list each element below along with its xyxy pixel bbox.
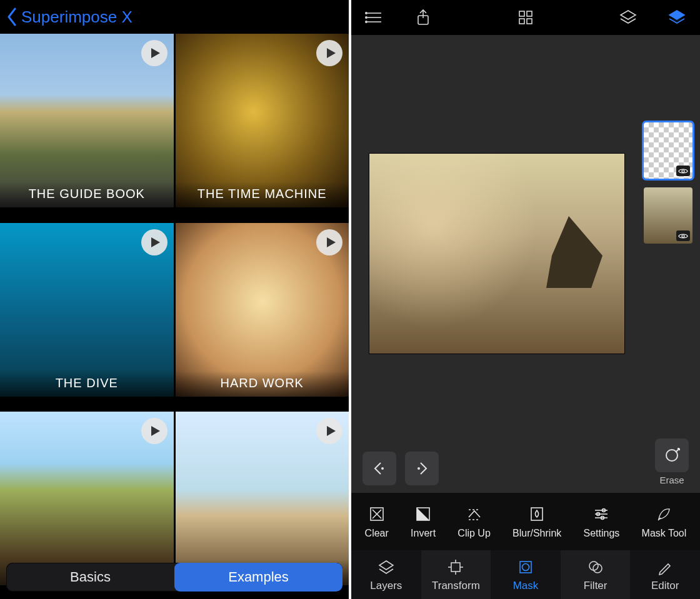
editor-panel: Erase Clear Invert Clip Up Blur/Shrink S… xyxy=(351,0,700,599)
tool-blurshrink[interactable]: Blur/Shrink xyxy=(512,505,561,539)
layers-active-icon[interactable] xyxy=(666,7,688,28)
example-title: THE GUIDE BOOK xyxy=(0,182,174,207)
tool-clipup[interactable]: Clip Up xyxy=(458,505,490,539)
tool-settings[interactable]: Settings xyxy=(584,505,620,539)
svg-marker-2 xyxy=(151,237,160,247)
play-icon[interactable] xyxy=(141,418,168,444)
play-icon[interactable] xyxy=(316,40,342,66)
seg-control: Basics Examples xyxy=(6,563,342,592)
svg-marker-4 xyxy=(151,426,160,436)
example-card[interactable]: THE TIME MACHINE xyxy=(176,34,349,207)
tab-label: Layers xyxy=(370,580,402,592)
example-title: HARD WORK xyxy=(176,371,349,397)
svg-point-21 xyxy=(682,235,684,237)
layer-thumb-bg[interactable] xyxy=(644,187,692,244)
tab-label: Editor xyxy=(651,580,679,592)
svg-point-20 xyxy=(682,170,684,172)
tool-label: Blur/Shrink xyxy=(512,528,561,539)
svg-marker-19 xyxy=(669,11,684,19)
tool-label: Invert xyxy=(411,528,436,539)
svg-point-45 xyxy=(522,563,529,570)
mask-tools: Clear Invert Clip Up Blur/Shrink Setting… xyxy=(351,493,700,550)
tool-label: Mask Tool xyxy=(642,528,687,539)
canvas-image xyxy=(369,154,624,354)
svg-marker-1 xyxy=(327,48,336,58)
tab-layers[interactable]: Layers xyxy=(351,550,421,599)
layer-thumb-top[interactable] xyxy=(644,122,692,179)
play-icon[interactable] xyxy=(316,229,342,255)
tab-label: Filter xyxy=(584,580,608,592)
example-title: THE DIVE xyxy=(0,371,174,397)
svg-rect-15 xyxy=(527,11,532,16)
svg-point-10 xyxy=(366,17,367,18)
back-label: Superimpose X xyxy=(21,7,132,27)
example-card[interactable]: BY THE WATER xyxy=(176,412,349,585)
tool-masktool[interactable]: Mask Tool xyxy=(642,505,687,539)
example-title: THE TIME MACHINE xyxy=(176,182,349,207)
play-icon[interactable] xyxy=(316,418,342,444)
svg-marker-5 xyxy=(327,426,336,436)
svg-rect-16 xyxy=(519,19,524,24)
back-button[interactable]: Superimpose X xyxy=(6,7,132,27)
tool-invert[interactable]: Invert xyxy=(411,505,436,539)
erase-button[interactable] xyxy=(655,438,689,472)
example-card[interactable]: THE DIVE xyxy=(0,223,174,397)
seg-basics[interactable]: Basics xyxy=(6,563,174,592)
svg-marker-42 xyxy=(379,561,393,570)
share-icon[interactable] xyxy=(412,7,434,28)
svg-marker-3 xyxy=(327,237,336,247)
erase-label: Erase xyxy=(659,475,684,485)
svg-rect-17 xyxy=(527,19,532,24)
svg-marker-18 xyxy=(621,11,636,19)
layer-strip xyxy=(644,122,692,244)
tab-editor[interactable]: Editor xyxy=(630,550,700,599)
play-icon[interactable] xyxy=(141,40,168,66)
list-icon[interactable] xyxy=(364,7,385,28)
examples-grid: THE GUIDE BOOK THE TIME MACHINE THE DIVE… xyxy=(0,34,349,599)
svg-point-23 xyxy=(418,467,420,470)
tab-label: Mask xyxy=(513,580,539,592)
svg-marker-0 xyxy=(151,48,160,58)
tab-filter[interactable]: Filter xyxy=(561,550,631,599)
canvas[interactable]: Erase xyxy=(351,35,700,493)
example-card[interactable]: HARD WORK xyxy=(176,223,349,397)
tool-clear[interactable]: Clear xyxy=(365,505,389,539)
eye-icon[interactable] xyxy=(676,230,690,241)
play-icon[interactable] xyxy=(141,229,168,255)
left-header: Superimpose X xyxy=(0,0,349,34)
svg-point-22 xyxy=(381,467,384,470)
tab-transform[interactable]: Transform xyxy=(421,550,491,599)
svg-point-11 xyxy=(366,21,367,22)
eye-icon[interactable] xyxy=(676,166,690,176)
examples-panel: Superimpose X THE GUIDE BOOK THE TIME MA… xyxy=(0,0,349,599)
top-toolbar xyxy=(351,0,700,35)
tool-label: Settings xyxy=(584,528,620,539)
svg-point-9 xyxy=(366,12,367,14)
canvas-bottom: Erase xyxy=(362,438,689,485)
tab-mask[interactable]: Mask xyxy=(491,550,561,599)
undo-button[interactable] xyxy=(362,452,396,485)
tool-label: Clear xyxy=(365,528,389,539)
seg-examples[interactable]: Examples xyxy=(174,563,342,592)
svg-rect-14 xyxy=(519,11,524,16)
layers-icon[interactable] xyxy=(618,7,639,28)
tool-label: Clip Up xyxy=(458,528,490,539)
example-card[interactable]: YOGA xyxy=(0,412,174,585)
svg-rect-43 xyxy=(451,563,460,572)
grid-icon[interactable] xyxy=(515,7,536,28)
bottom-tabs: Layers Transform Mask Filter Editor xyxy=(351,550,700,599)
example-card[interactable]: THE GUIDE BOOK xyxy=(0,34,174,207)
tab-label: Transform xyxy=(432,580,480,592)
redo-button[interactable] xyxy=(405,452,439,485)
